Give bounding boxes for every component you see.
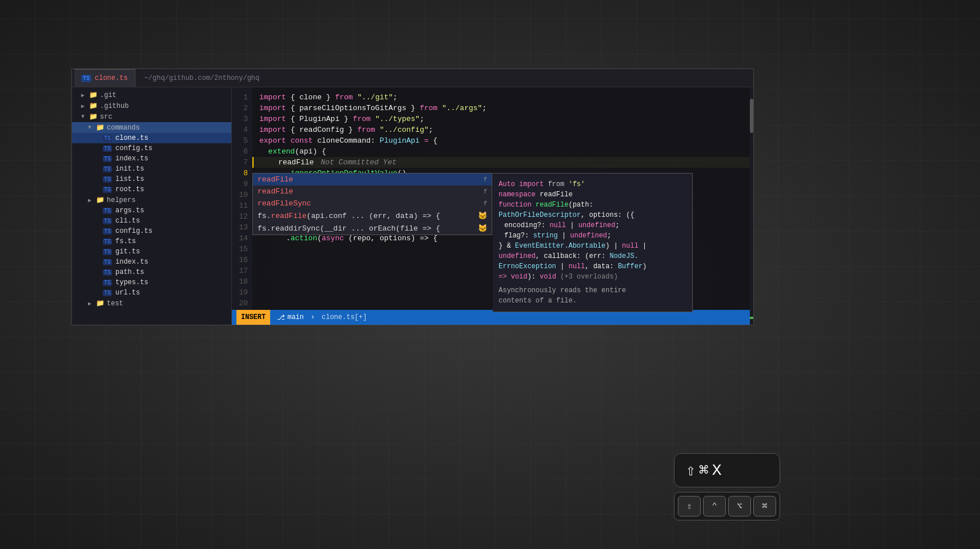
- arrow-icon: ▼: [88, 124, 94, 131]
- autocomplete-item-2[interactable]: readFile f: [253, 185, 492, 197]
- ac-item-type: f: [483, 176, 487, 183]
- autocomplete-item-1[interactable]: readFile f: [253, 173, 492, 185]
- folder-icon: 📁: [96, 196, 105, 204]
- sidebar-item-clone-ts[interactable]: TS clone.ts: [72, 133, 231, 143]
- ac-item-type: f: [483, 200, 487, 207]
- arrow-icon: ▶: [88, 197, 94, 204]
- ac-item-name: fs.readdirSync(__dir ... orEach(file => …: [258, 224, 473, 233]
- scrollbar-thumb[interactable]: [750, 99, 753, 133]
- arrow-icon: ▼: [81, 114, 87, 120]
- info-line-1: Auto import from 'fs': [499, 179, 686, 189]
- folder-icon: 📁: [96, 299, 105, 308]
- code-line: export const cloneCommand: PluginApi = {: [252, 135, 753, 146]
- option-key: ⌥: [728, 496, 751, 516]
- ts-badge: TS: [103, 135, 112, 142]
- cmd-symbol: ⌘: [699, 461, 709, 480]
- sidebar-item-label: args.ts: [115, 207, 144, 215]
- ts-badge: TS: [103, 166, 112, 172]
- ac-emoji: 🐱: [478, 224, 487, 233]
- sidebar-item-config2-ts[interactable]: TS config.ts: [72, 226, 231, 236]
- code-line: import { parseCliOptionsToGitArgs } from…: [252, 103, 753, 114]
- tab-bar: TS clone.ts ~/ghq/github.com/2nthony/ghq: [72, 69, 753, 87]
- folder-icon: 📁: [89, 112, 98, 121]
- ac-item-name: readFileSync: [258, 199, 479, 208]
- folder-icon: 📁: [96, 123, 105, 132]
- ts-badge: TS: [103, 187, 112, 193]
- sidebar-item-src[interactable]: ▼ 📁 src: [72, 111, 231, 122]
- sidebar-item-cli-ts[interactable]: TS cli.ts: [72, 216, 231, 226]
- sidebar-item-init-ts[interactable]: TS init.ts: [72, 164, 231, 174]
- sidebar-item-list-ts[interactable]: TS list.ts: [72, 174, 231, 184]
- sidebar-item-label: .git: [100, 91, 117, 99]
- code-line-active: readFileNot Committed Yet: [252, 157, 753, 168]
- ac-emoji: 🐱: [478, 211, 487, 220]
- sidebar-item-index-ts[interactable]: TS index.ts: [72, 154, 231, 164]
- sidebar-item-fs-ts[interactable]: TS fs.ts: [72, 236, 231, 247]
- sidebar-item-label: index.ts: [115, 155, 148, 163]
- sidebar-item-git-ts[interactable]: TS git.ts: [72, 247, 231, 257]
- sidebar-item-label: commands: [107, 124, 140, 132]
- ctrl-key: ⌃: [703, 496, 726, 516]
- tab-filename: clone.ts: [95, 74, 128, 82]
- code-line: import { clone } from "../git";: [252, 92, 753, 103]
- sidebar-item-root-ts[interactable]: TS root.ts: [72, 184, 231, 195]
- sidebar-item-args-ts[interactable]: TS args.ts: [72, 205, 231, 216]
- sidebar-item-label: test: [107, 300, 123, 308]
- folder-icon: 📁: [89, 91, 98, 99]
- autocomplete-item-4[interactable]: fs.readFile(api.conf ... (err, data) => …: [253, 209, 492, 222]
- code-line: import { readConfig } from "../config";: [252, 124, 753, 135]
- info-line-3: function readFile(path:: [499, 200, 686, 210]
- code-line: import { PluginApi } from "../types";: [252, 114, 753, 124]
- code-line: extend(api) {: [252, 146, 753, 157]
- ts-badge: TS: [103, 290, 112, 296]
- autocomplete-item-3[interactable]: readFileSync f: [253, 197, 492, 209]
- ts-badge: TS: [103, 146, 112, 152]
- sidebar-item-label: helpers: [107, 196, 135, 204]
- sidebar-item-url-ts[interactable]: TS url.ts: [72, 288, 231, 298]
- sidebar-item-git[interactable]: ▶ 📁 .git: [72, 90, 231, 100]
- sidebar-item-test[interactable]: ▶ 📁 test: [72, 298, 231, 309]
- branch-icon: ⎇: [277, 313, 285, 322]
- branch-indicator: ⎇ main: [277, 313, 304, 322]
- scrollbar-track[interactable]: [750, 87, 753, 310]
- active-tab[interactable]: TS clone.ts: [74, 69, 135, 87]
- ts-badge: TS: [103, 218, 112, 224]
- ac-item-name: readFile: [258, 187, 479, 196]
- sidebar-item-label: index.ts: [115, 258, 148, 266]
- sidebar-item-label: root.ts: [115, 185, 144, 193]
- editor-mode: INSERT: [236, 310, 270, 325]
- sidebar-item-label: fs.ts: [115, 237, 136, 245]
- modifier-keys: ⇧ ⌃ ⌥ ⌘: [674, 492, 780, 520]
- sidebar-item-commands[interactable]: ▼ 📁 commands: [72, 122, 231, 133]
- info-line-7: } & EventEmitter.Abortable) | null |: [499, 241, 686, 251]
- ac-item-name: fs.readFile(api.conf ... (err, data) => …: [258, 212, 473, 220]
- folder-icon: 📁: [89, 102, 98, 110]
- sidebar-item-config-ts[interactable]: TS config.ts: [72, 143, 231, 154]
- ts-badge: TS: [103, 239, 112, 245]
- ts-badge: TS: [103, 208, 112, 214]
- autocomplete-item-5[interactable]: fs.readdirSync(__dir ... orEach(file => …: [253, 222, 492, 235]
- key-x: X: [712, 462, 722, 479]
- path-separator: ›: [311, 313, 315, 321]
- ts-badge: TS: [103, 259, 112, 265]
- sidebar-item-label: cli.ts: [115, 217, 140, 225]
- branch-name: main: [287, 313, 304, 321]
- file-explorer: ▶ 📁 .git ▶ 📁 .github ▼ 📁 src ▼ 📁 command…: [72, 87, 232, 325]
- editor-body: ▶ 📁 .git ▶ 📁 .github ▼ 📁 src ▼ 📁 command…: [72, 87, 753, 325]
- ts-badge: TS: [103, 269, 112, 276]
- sidebar-item-github[interactable]: ▶ 📁 .github: [72, 100, 231, 111]
- ac-item-type: f: [483, 188, 487, 195]
- ts-icon: TS: [81, 75, 91, 82]
- sidebar-item-path-ts[interactable]: TS path.ts: [72, 267, 231, 277]
- sidebar-item-types-ts[interactable]: TS types.ts: [72, 277, 231, 288]
- info-desc-1: Asynchronously reads the entire: [499, 285, 686, 296]
- sidebar-item-helpers[interactable]: ▶ 📁 helpers: [72, 195, 231, 205]
- line-numbers: 1 2 3 4 5 6 7 8 9 10 11 12 13 14 15 16 1: [232, 87, 252, 310]
- keyboard-shortcut-overlay: ⇧ ⌘ X ⇧ ⌃ ⌥ ⌘: [674, 453, 780, 520]
- code-area: 1 2 3 4 5 6 7 8 9 10 11 12 13 14 15 16 1: [232, 87, 753, 325]
- shift-symbol: ⇧: [686, 461, 696, 480]
- sidebar-item-label: types.ts: [115, 278, 148, 286]
- sidebar-item-label: config.ts: [115, 144, 152, 152]
- sidebar-item-label: config.ts: [115, 227, 152, 235]
- sidebar-item-index2-ts[interactable]: TS index.ts: [72, 257, 231, 267]
